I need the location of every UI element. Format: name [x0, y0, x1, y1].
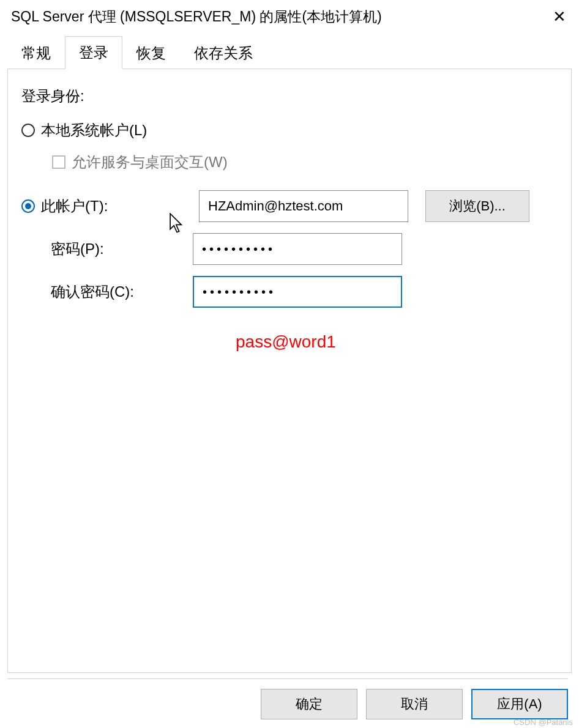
tab-recovery[interactable]: 恢复 [122, 37, 180, 69]
radio-icon [21, 124, 35, 137]
interact-desktop-label: 允许服务与桌面交互(W) [72, 152, 228, 172]
dialog-button-bar: 确定 取消 应用(A) [7, 678, 568, 719]
window-title: SQL Server 代理 (MSSQLSERVER_M) 的属性(本地计算机) [11, 7, 382, 26]
local-system-account-label: 本地系统帐户(L) [41, 121, 147, 140]
confirm-password-input[interactable] [193, 276, 402, 308]
tab-login[interactable]: 登录 [65, 36, 122, 69]
confirm-password-row: 确认密码(C): [21, 276, 558, 308]
password-label: 密码(P): [21, 239, 193, 259]
password-input[interactable] [193, 233, 402, 265]
checkbox-icon [52, 155, 65, 169]
interact-desktop-checkbox: 允许服务与桌面交互(W) [52, 152, 558, 172]
local-system-account-radio[interactable]: 本地系统帐户(L) [21, 121, 558, 140]
annotation-text: pass@word1 [236, 332, 336, 352]
browse-button[interactable]: 浏览(B)... [425, 190, 529, 222]
watermark: CSDN @Patanis [514, 718, 573, 727]
this-account-row: 此帐户(T): 浏览(B)... [21, 190, 558, 222]
title-bar: SQL Server 代理 (MSSQLSERVER_M) 的属性(本地计算机)… [0, 0, 579, 33]
this-account-radio[interactable] [21, 199, 35, 213]
logon-as-label: 登录身份: [21, 86, 558, 106]
tab-dependencies[interactable]: 依存关系 [180, 37, 267, 69]
ok-button[interactable]: 确定 [261, 689, 357, 719]
tab-panel: 登录身份: 本地系统帐户(L) 允许服务与桌面交互(W) 此帐户(T): 浏览(… [7, 69, 572, 673]
password-row: 密码(P): [21, 233, 558, 265]
confirm-password-label: 确认密码(C): [21, 282, 193, 302]
apply-button[interactable]: 应用(A) [471, 689, 568, 719]
tab-strip: 常规 登录 恢复 依存关系 [0, 33, 579, 69]
tab-general[interactable]: 常规 [7, 37, 65, 69]
this-account-label: 此帐户(T): [41, 196, 193, 216]
account-input[interactable] [199, 190, 408, 222]
cancel-button[interactable]: 取消 [366, 689, 463, 719]
close-icon[interactable]: ✕ [545, 7, 574, 26]
